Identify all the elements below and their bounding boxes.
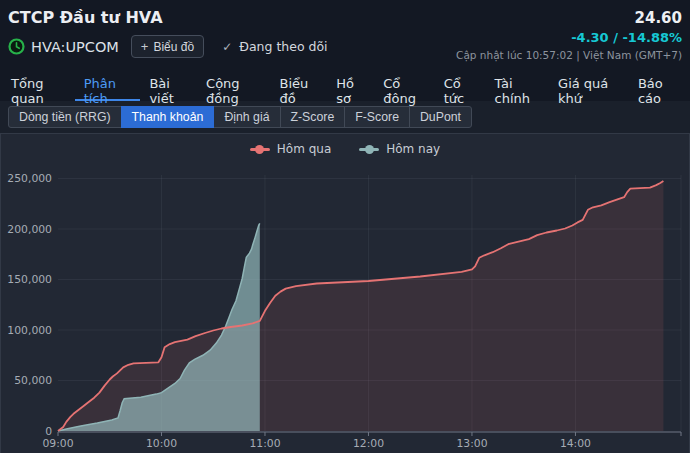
nav-tab-gia-qua-khu[interactable]: Giá quá khứ bbox=[549, 67, 629, 101]
y-tick-label: 250,000 bbox=[7, 172, 52, 185]
chart-legend: Hôm quaHôm nay bbox=[1, 142, 689, 156]
y-tick-label: 50,000 bbox=[14, 374, 52, 387]
nav-tab-bieu-do[interactable]: Biểu đồ bbox=[271, 67, 328, 101]
legend-item-hom-qua[interactable]: Hôm qua bbox=[250, 142, 331, 156]
y-tick-label: 150,000 bbox=[7, 273, 52, 286]
subtab-dinh-gia[interactable]: Định giá bbox=[213, 106, 280, 128]
x-tick-label: 09:00 bbox=[42, 437, 73, 450]
main-nav: Tổng quanPhân tíchBài viếtCộng đồngBiểu … bbox=[0, 67, 690, 101]
subtab-thanh-khoan[interactable]: Thanh khoản bbox=[121, 106, 215, 128]
legend-label: Hôm qua bbox=[277, 142, 331, 156]
x-tick-label: 12:00 bbox=[353, 437, 384, 450]
y-tick-label: 100,000 bbox=[7, 324, 52, 337]
analysis-panel: Dòng tiền (RRG)Thanh khoảnĐịnh giáZ-Scor… bbox=[0, 101, 690, 453]
nav-tab-ho-so[interactable]: Hồ sơ bbox=[327, 67, 374, 101]
subtab-dong-tien-rrg[interactable]: Dòng tiền (RRG) bbox=[8, 106, 122, 128]
subtab-f-score[interactable]: F-Score bbox=[344, 106, 410, 128]
stock-header: CTCP Đầu tư HVA HVA:UPCOM + Biểu đồ ✓ Đa… bbox=[0, 0, 690, 67]
legend-marker-icon bbox=[359, 145, 379, 154]
subtab-z-score[interactable]: Z-Score bbox=[280, 106, 346, 128]
legend-label: Hôm nay bbox=[386, 142, 440, 156]
analysis-subtabs: Dòng tiền (RRG)Thanh khoảnĐịnh giáZ-Scor… bbox=[0, 101, 690, 133]
subtab-dupont[interactable]: DuPont bbox=[409, 106, 472, 128]
nav-tab-cong-dong[interactable]: Cộng đồng bbox=[197, 67, 271, 101]
watching-label: Đang theo dõi bbox=[239, 39, 327, 54]
nav-tab-bao-cao[interactable]: Báo cáo bbox=[629, 67, 688, 101]
y-tick-label: 200,000 bbox=[7, 223, 52, 236]
nav-tab-phan-tich[interactable]: Phân tích bbox=[75, 67, 141, 101]
nav-tab-tong-quan[interactable]: Tổng quan bbox=[2, 67, 75, 101]
company-logo-icon bbox=[8, 38, 25, 55]
chart-button[interactable]: + Biểu đồ bbox=[131, 35, 204, 58]
last-updated: Cập nhật lúc 10:57:02 | Việt Nam (GMT+7) bbox=[456, 49, 682, 62]
yesterday-area bbox=[58, 181, 663, 431]
page-title: CTCP Đầu tư HVA bbox=[8, 8, 328, 28]
nav-tab-co-dong[interactable]: Cổ đông bbox=[374, 67, 435, 101]
nav-tab-tai-chinh[interactable]: Tài chính bbox=[486, 67, 549, 101]
plus-icon: + bbox=[141, 39, 149, 54]
x-tick-label: 14:00 bbox=[560, 437, 591, 450]
watching-toggle[interactable]: ✓ Đang theo dõi bbox=[222, 39, 327, 54]
liquidity-chart[interactable]: 09:0010:0011:0012:0013:0014:00050,000100… bbox=[0, 133, 690, 453]
chart-button-label: Biểu đồ bbox=[153, 40, 194, 54]
nav-tab-bai-viet[interactable]: Bài viết bbox=[140, 67, 197, 101]
liquidity-chart-card: 09:0010:0011:0012:0013:0014:00050,000100… bbox=[0, 133, 690, 453]
y-tick-label: 0 bbox=[45, 425, 52, 438]
x-tick-label: 13:00 bbox=[456, 437, 487, 450]
x-tick-label: 10:00 bbox=[146, 437, 177, 450]
price-change: -4.30 / -14.88% bbox=[571, 30, 682, 46]
legend-item-hom-nay[interactable]: Hôm nay bbox=[359, 142, 440, 156]
check-icon: ✓ bbox=[222, 40, 232, 54]
legend-marker-icon bbox=[250, 145, 270, 154]
x-tick-label: 11:00 bbox=[249, 437, 280, 450]
nav-tab-co-tuc[interactable]: Cổ tức bbox=[435, 67, 486, 101]
ticker-row: HVA:UPCOM + Biểu đồ ✓ Đang theo dõi bbox=[8, 35, 328, 58]
ticker-symbol: HVA:UPCOM bbox=[31, 39, 119, 55]
current-price: 24.60 bbox=[635, 9, 682, 27]
